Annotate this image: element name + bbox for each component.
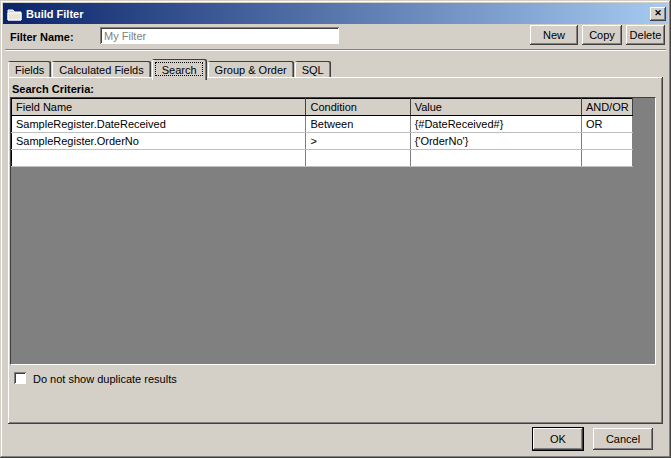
col-header-andor: AND/OR — [581, 99, 632, 116]
table-row[interactable] — [12, 150, 633, 167]
cell-field-name[interactable]: SampleRegister.OrderNo — [12, 133, 306, 150]
tab-search-label: Search — [162, 64, 197, 76]
filter-name-label: Filter Name: — [10, 31, 74, 43]
cell-field-name[interactable]: SampleRegister.DateReceived — [12, 116, 306, 133]
titlebar[interactable]: Build Filter ✕ — [3, 3, 668, 24]
cell-value[interactable] — [410, 150, 581, 167]
duplicate-results-checkbox-label: Do not show duplicate results — [33, 373, 177, 385]
table-row[interactable]: SampleRegister.OrderNo > {'OrderNo'} — [12, 133, 633, 150]
tab-search[interactable]: Search — [152, 59, 207, 80]
cell-condition[interactable] — [306, 150, 410, 167]
cell-andor[interactable] — [581, 133, 632, 150]
tab-sql[interactable]: SQL — [295, 61, 331, 78]
delete-button[interactable]: Delete — [626, 25, 665, 45]
cell-value[interactable]: {#DateReceived#} — [410, 116, 581, 133]
duplicate-results-checkbox-row[interactable]: Do not show duplicate results — [14, 372, 177, 385]
tab-calculated-fields-label: Calculated Fields — [59, 64, 143, 76]
cell-field-name[interactable] — [12, 150, 306, 167]
build-filter-icon — [7, 7, 22, 21]
cell-condition[interactable]: > — [306, 133, 410, 150]
col-header-value: Value — [410, 99, 581, 116]
tab-group-order[interactable]: Group & Order — [208, 61, 294, 78]
close-icon[interactable]: ✕ — [650, 7, 666, 21]
new-button[interactable]: New — [530, 25, 578, 45]
header-divider — [5, 49, 666, 51]
table-row[interactable]: SampleRegister.DateReceived Between {#Da… — [12, 116, 633, 133]
duplicate-results-checkbox[interactable] — [14, 372, 27, 385]
criteria-table: Field Name Condition Value AND/OR Sample… — [11, 98, 633, 167]
cancel-button[interactable]: Cancel — [593, 428, 653, 450]
table-header-row: Field Name Condition Value AND/OR — [12, 99, 633, 116]
tab-fields-label: Fields — [15, 64, 44, 76]
search-criteria-label: Search Criteria: — [12, 83, 94, 95]
cell-andor[interactable] — [581, 150, 632, 167]
tab-calculated-fields[interactable]: Calculated Fields — [52, 61, 150, 78]
search-tab-page: Search Criteria: Field Name Condition Va… — [8, 77, 663, 424]
tab-fields[interactable]: Fields — [8, 61, 51, 78]
criteria-grid-panel: Field Name Condition Value AND/OR Sample… — [10, 97, 656, 365]
col-header-field-name: Field Name — [12, 99, 306, 116]
window-title: Build Filter — [26, 8, 650, 20]
tab-strip: Fields Calculated Fields Search Group & … — [8, 59, 332, 78]
cell-andor[interactable]: OR — [581, 116, 632, 133]
cell-condition[interactable]: Between — [306, 116, 410, 133]
build-filter-dialog: Build Filter ✕ Filter Name: New Copy Del… — [0, 0, 671, 458]
copy-button[interactable]: Copy — [582, 25, 622, 45]
col-header-condition: Condition — [306, 99, 410, 116]
filter-name-input[interactable] — [100, 27, 340, 45]
tab-group-order-label: Group & Order — [215, 64, 287, 76]
cell-value[interactable]: {'OrderNo'} — [410, 133, 581, 150]
ok-button[interactable]: OK — [533, 428, 583, 450]
tab-sql-label: SQL — [302, 64, 324, 76]
